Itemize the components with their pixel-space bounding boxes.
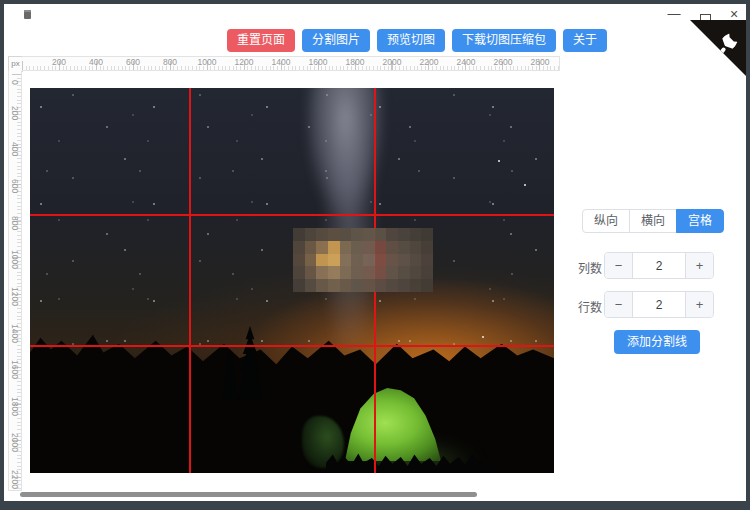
v-ruler-tick-label: 1200	[9, 282, 21, 310]
columns-decrement-button[interactable]: −	[605, 253, 633, 278]
h-ruler-tick-label: 600	[120, 57, 146, 67]
v-ruler-tick-label: 400	[9, 135, 21, 163]
minimize-button[interactable]: —	[664, 5, 684, 23]
v-ruler-tick-label: 800	[9, 209, 21, 237]
download-zip-button[interactable]: 下载切图压缩包	[452, 29, 556, 52]
h-ruler-tick-label: 2800	[527, 57, 553, 67]
tab-vertical[interactable]: 纵向	[582, 209, 630, 233]
bright-star	[498, 160, 500, 162]
add-split-line-button[interactable]: 添加分割线	[614, 330, 700, 354]
tab-horizontal[interactable]: 横向	[629, 209, 677, 233]
columns-input[interactable]	[633, 253, 685, 278]
v-ruler-tick-label: 600	[9, 172, 21, 200]
rows-label: 行数	[578, 298, 602, 315]
star-field	[30, 88, 554, 388]
horizontal-split-line-2[interactable]	[30, 345, 554, 347]
toolbar: 重置页面 分割图片 预览切图 下载切图压缩包 关于	[227, 29, 607, 52]
v-ruler-tick-label: 0	[9, 68, 21, 96]
about-button[interactable]: 关于	[563, 29, 607, 52]
h-ruler-tick-label: 400	[83, 57, 109, 67]
h-ruler-tick-label: 2200	[416, 57, 442, 67]
bright-star	[524, 184, 526, 186]
image-canvas[interactable]	[30, 88, 554, 473]
maximize-button[interactable]	[0, 5, 20, 23]
v-ruler-tick-label: 200	[9, 99, 21, 127]
h-ruler-tick-label: 1800	[342, 57, 368, 67]
columns-increment-button[interactable]: +	[685, 253, 713, 278]
v-ruler-tick-label: 1800	[9, 392, 21, 420]
rows-stepper: − +	[604, 291, 714, 318]
rows-decrement-button[interactable]: −	[605, 292, 633, 317]
h-ruler-tick-label: 200	[46, 57, 72, 67]
rows-input[interactable]	[633, 292, 685, 317]
h-ruler-tick-label: 800	[157, 57, 183, 67]
h-ruler-tick-label: 1400	[268, 57, 294, 67]
columns-stepper: − +	[604, 252, 714, 279]
h-ruler-tick-label: 1200	[231, 57, 257, 67]
v-ruler-tick-label: 1000	[9, 245, 21, 273]
v-ruler-tick-label: 1400	[9, 319, 21, 347]
horizontal-split-line-1[interactable]	[30, 214, 554, 216]
h-ruler-tick-label: 1600	[305, 57, 331, 67]
split-image-button[interactable]: 分割图片	[302, 29, 370, 52]
tab-grid[interactable]: 宫格	[676, 209, 724, 233]
rows-increment-button[interactable]: +	[685, 292, 713, 317]
v-ruler-tick-label: 2000	[9, 428, 21, 456]
reset-page-button[interactable]: 重置页面	[227, 29, 295, 52]
v-ruler-tick-label: 2200	[9, 465, 21, 493]
censored-mosaic	[293, 228, 433, 292]
h-ruler-tick-label: 2600	[490, 57, 516, 67]
h-ruler-tick-label: 2400	[453, 57, 479, 67]
horizontal-scrollbar[interactable]	[20, 492, 477, 497]
preview-slices-button[interactable]: 预览切图	[377, 29, 445, 52]
h-ruler-tick-label: 1000	[194, 57, 220, 67]
h-ruler-tick-label: 2000	[379, 57, 405, 67]
app-icon	[24, 10, 31, 19]
bright-star	[482, 336, 484, 338]
split-mode-tabs: 纵向 横向 宫格	[582, 209, 724, 233]
v-ruler-tick-label: 1600	[9, 355, 21, 383]
vertical-split-line-1[interactable]	[189, 88, 191, 473]
columns-label: 列数	[578, 259, 602, 276]
